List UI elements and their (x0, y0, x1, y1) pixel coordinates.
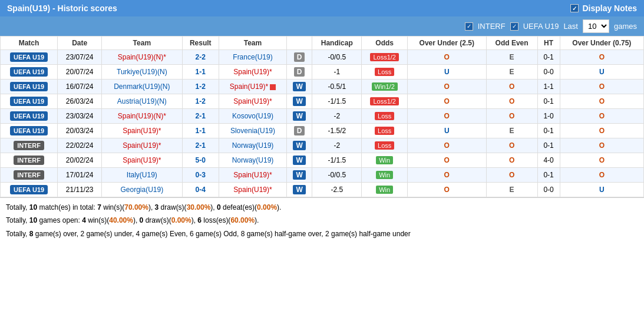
summary-section: Totally, 10 match(es) in total: 7 win(s)… (0, 197, 644, 244)
team1-cell: Spain(U19)* (102, 124, 182, 138)
wd-cell: D (286, 50, 312, 65)
handicap-cell: -2.5 (312, 183, 362, 197)
team1-link[interactable]: Spain(U19)(N)* (118, 53, 166, 61)
handicap-cell: -1 (312, 65, 362, 80)
table-row: UEFA U19 26/03/24 Austria(U19)(N) 1-2 Sp… (1, 94, 644, 109)
result-link[interactable]: 0-4 (196, 186, 206, 194)
result-link[interactable]: 1-2 (196, 82, 206, 91)
games-select[interactable]: 10 20 30 (583, 19, 609, 33)
team1-link[interactable]: Denmark(U19)(N) (114, 82, 170, 91)
last-label: Last (563, 22, 578, 31)
filter-bar: ✓ INTERF ✓ UEFA U19 Last 10 20 30 games (0, 16, 644, 36)
team2-cell: Slovenia(U19) (219, 124, 287, 138)
odds-cell: Loss (362, 65, 407, 80)
result-link[interactable]: 2-2 (196, 53, 206, 61)
over-under2-cell: U (560, 183, 643, 197)
team2-link[interactable]: Slovenia(U19) (230, 127, 275, 135)
team1-link[interactable]: Georgia(U19) (121, 186, 164, 194)
odd-even-cell: E (486, 183, 537, 197)
wd-badge: D (294, 126, 305, 135)
interf-checkbox[interactable]: ✓ (465, 22, 473, 31)
team1-link[interactable]: Spain(U19)* (123, 141, 161, 150)
over-under2-value: U (599, 68, 605, 76)
team1-cell: Georgia(U19) (102, 183, 182, 197)
team1-link[interactable]: Spain(U19)(N)* (118, 112, 166, 120)
team2-link[interactable]: Spain(U19)* (233, 171, 272, 179)
result-link[interactable]: 1-1 (196, 68, 206, 76)
over-under2-cell: O (560, 94, 643, 109)
odd-even-value: O (509, 141, 514, 150)
date-cell: 23/07/24 (58, 50, 102, 65)
odds-value: Loss (375, 127, 394, 135)
date-cell: 20/02/24 (58, 153, 102, 168)
games-label: games (614, 22, 637, 31)
date-cell: 22/02/24 (58, 138, 102, 153)
result-link[interactable]: 1-1 (196, 127, 206, 135)
odd-even-value: O (509, 112, 514, 120)
match-badge-cell: UEFA U19 (1, 80, 58, 94)
odd-even-cell: O (486, 80, 537, 94)
over-under-value: O (444, 97, 450, 105)
match-badge-cell: UEFA U19 (1, 109, 58, 124)
col-handicap: Handicap (312, 37, 362, 50)
wd-cell: D (286, 124, 312, 138)
team2-link[interactable]: Norway(U19) (232, 156, 274, 164)
team2-link[interactable]: Spain(U19)* (233, 186, 272, 194)
team1-link[interactable]: Turkiye(U19)(N) (117, 68, 167, 76)
team2-link[interactable]: France(U19) (233, 53, 272, 61)
team1-link[interactable]: Italy(U19) (127, 171, 157, 179)
uefa-checkbox[interactable]: ✓ (510, 22, 518, 31)
wd-cell: W (286, 168, 312, 183)
table-row: INTERF 22/02/24 Spain(U19)* 2-1 Norway(U… (1, 138, 644, 153)
over-under-cell: U (407, 65, 486, 80)
over-under-cell: O (407, 80, 486, 94)
wd-badge: D (294, 67, 305, 77)
handicap-cell: -1/1.5 (312, 94, 362, 109)
team2-cell: Spain(U19)* (219, 80, 287, 94)
team2-link[interactable]: Norway(U19) (232, 141, 274, 150)
over-under2-value: O (599, 127, 605, 135)
team2-link[interactable]: Spain(U19)* (233, 97, 272, 105)
team2-link[interactable]: Spain(U19)* (230, 82, 268, 91)
col-odd-even: Odd Even (486, 37, 537, 50)
match-badge-cell: UEFA U19 (1, 124, 58, 138)
team2-link[interactable]: Spain(U19)* (233, 68, 272, 76)
team2-link[interactable]: Kosovo(U19) (232, 112, 273, 120)
odds-cell: Win (362, 153, 407, 168)
games-select-container: 10 20 30 (583, 19, 609, 33)
over-under-value: O (444, 141, 450, 150)
team1-link[interactable]: Spain(U19)* (123, 156, 161, 164)
match-badge: UEFA U19 (10, 185, 48, 194)
date-cell: 23/03/24 (58, 109, 102, 124)
team1-link[interactable]: Austria(U19)(N) (117, 97, 167, 105)
match-badge-cell: UEFA U19 (1, 65, 58, 80)
ht-cell: 0-0 (537, 65, 560, 80)
result-link[interactable]: 0-3 (196, 171, 206, 179)
over-under2-value: O (599, 156, 605, 164)
match-badge: UEFA U19 (10, 97, 48, 106)
over-under2-value: O (599, 82, 605, 91)
result-link[interactable]: 1-2 (196, 97, 206, 105)
wd-badge: W (293, 141, 305, 150)
odd-even-value: O (509, 156, 514, 164)
result-cell: 2-2 (182, 50, 219, 65)
odd-even-cell: E (486, 124, 537, 138)
over-under2-value: O (599, 112, 605, 120)
team1-link[interactable]: Spain(U19)* (123, 127, 161, 135)
over-under2-value: O (599, 141, 605, 150)
wd-cell: W (286, 153, 312, 168)
ht-cell: 0-1 (537, 124, 560, 138)
odds-cell: Loss (362, 124, 407, 138)
display-notes-checkbox[interactable]: ✓ (570, 4, 579, 12)
odd-even-value: O (509, 97, 514, 105)
result-link[interactable]: 5-0 (196, 156, 206, 164)
team1-cell: Spain(U19)(N)* (102, 50, 182, 65)
match-badge: INTERF (14, 156, 44, 165)
match-badge-cell: UEFA U19 (1, 50, 58, 65)
wd-cell: W (286, 138, 312, 153)
result-link[interactable]: 2-1 (196, 141, 206, 150)
result-link[interactable]: 2-1 (196, 112, 206, 120)
result-cell: 1-2 (182, 80, 219, 94)
over-under-value: O (444, 156, 450, 164)
handicap-cell: -0/0.5 (312, 50, 362, 65)
